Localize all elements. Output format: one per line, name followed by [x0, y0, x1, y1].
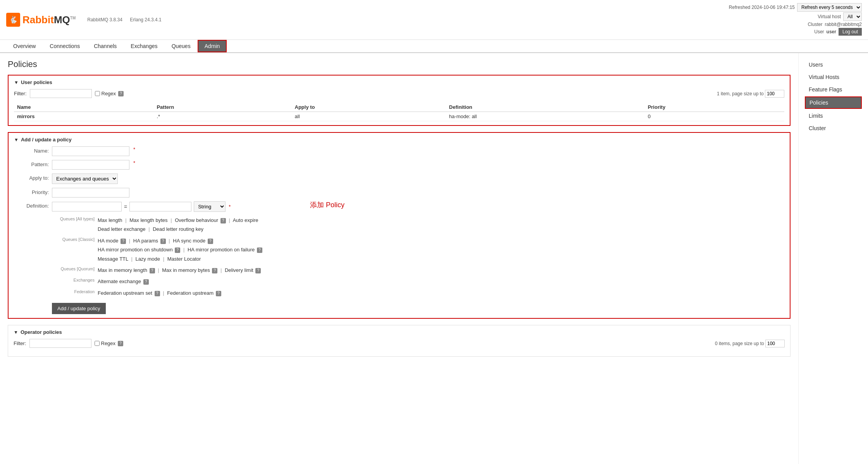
pattern-row: Pattern: *	[14, 160, 784, 170]
row-pattern: .*	[153, 112, 291, 121]
link-federation-upstream-set[interactable]: Federation upstream set	[98, 290, 152, 296]
op-regex-help[interactable]: ?	[118, 341, 123, 346]
def-value-input[interactable]	[129, 202, 191, 211]
priority-row: Priority:	[14, 188, 784, 198]
name-row: Name: *	[14, 146, 784, 156]
add-policy-arrow: ▼	[14, 137, 19, 143]
regex-check: Regex ?	[95, 91, 124, 96]
alt-exchange-help[interactable]: ?	[143, 279, 149, 285]
sidebar-item-virtual-hosts[interactable]: Virtual Hosts	[805, 72, 862, 82]
nav-connections[interactable]: Connections	[43, 40, 87, 52]
link-dead-letter-exchange[interactable]: Dead letter exchange	[98, 226, 146, 232]
link-ha-mirror-failure[interactable]: HA mirror promotion on failure	[188, 247, 255, 253]
overflow-help[interactable]: ?	[220, 218, 226, 223]
def-key-input[interactable]	[52, 202, 122, 211]
link-max-in-memory-bytes[interactable]: Max in memory bytes	[162, 267, 210, 273]
ha-sync-help[interactable]: ?	[208, 239, 213, 244]
link-ha-params[interactable]: HA params	[133, 238, 158, 244]
def-type-select[interactable]: String Number Boolean List	[194, 201, 226, 212]
pattern-input[interactable]	[52, 160, 129, 170]
user-policies-header[interactable]: ▼ User policies	[14, 79, 784, 85]
exchanges-label: Exchanges	[52, 277, 95, 282]
sidebar: Users Virtual Hosts Feature Flags Polici…	[798, 53, 868, 464]
col-name: Name	[14, 103, 153, 112]
queues-quorum-label: Queues [Quorum]	[52, 266, 95, 271]
ha-mode-help[interactable]: ?	[121, 239, 126, 244]
regex-help[interactable]: ?	[118, 91, 124, 96]
nav-channels[interactable]: Channels	[87, 40, 124, 52]
def-required: *	[229, 204, 231, 210]
link-message-ttl[interactable]: Message TTL	[98, 256, 128, 262]
refresh-row: Refreshed 2024-10-06 19:47:15 Refresh ev…	[729, 3, 862, 12]
sidebar-item-users[interactable]: Users	[805, 59, 862, 70]
link-federation-upstream[interactable]: Federation upstream	[167, 290, 214, 296]
link-max-length-bytes[interactable]: Max length bytes	[129, 217, 167, 223]
nav-overview[interactable]: Overview	[6, 40, 43, 52]
logout-button[interactable]: Log out	[839, 28, 862, 36]
fed-upstream-help[interactable]: ?	[216, 291, 221, 296]
link-overflow-behaviour[interactable]: Overflow behaviour	[175, 217, 218, 223]
policy-table-header-row: Name Pattern Apply to Definition Priorit…	[14, 103, 784, 112]
col-pattern: Pattern	[153, 103, 291, 112]
cluster-label: Cluster	[808, 22, 822, 27]
link-delivery-limit[interactable]: Delivery limit	[225, 267, 253, 273]
row-definition: ha-mode: all	[446, 112, 645, 121]
col-definition: Definition	[446, 103, 645, 112]
nav-admin[interactable]: Admin	[198, 40, 227, 52]
sidebar-item-feature-flags[interactable]: Feature Flags	[805, 84, 862, 95]
ha-failure-help[interactable]: ?	[257, 247, 262, 253]
sidebar-item-policies[interactable]: Policies	[805, 96, 862, 109]
priority-input[interactable]	[52, 188, 129, 198]
add-policy-section: ▼ Add / update a policy Name: * Pattern:…	[8, 132, 790, 319]
ha-shutdown-help[interactable]: ?	[175, 247, 180, 253]
nav-exchanges[interactable]: Exchanges	[124, 40, 164, 52]
add-policy-header[interactable]: ▼ Add / update a policy	[14, 137, 784, 143]
link-ha-mirror-shutdown[interactable]: HA mirror promotion on shutdown	[98, 247, 173, 253]
op-regex-checkbox[interactable]	[95, 341, 100, 346]
queues-classic-label: Queues [Classic]	[52, 236, 95, 242]
apply-to-select[interactable]: Exchanges and queues Exchanges Queues	[52, 174, 118, 184]
vhost-select[interactable]: All	[843, 12, 862, 21]
operator-policies-header[interactable]: ▼ Operator policies	[14, 329, 785, 335]
link-master-locator[interactable]: Master Locator	[167, 256, 201, 262]
logo-text: RabbitMQTM	[22, 14, 76, 26]
link-max-in-memory-length[interactable]: Max in memory length	[98, 267, 147, 273]
name-input[interactable]	[52, 146, 129, 156]
ha-params-help[interactable]: ?	[160, 239, 166, 244]
op-page-size-text: 0 items, page size up to	[715, 341, 764, 346]
logo-icon: 🐇	[6, 13, 20, 27]
refresh-select[interactable]: Refresh every 5 seconds	[797, 3, 862, 12]
queues-quorum-category: Queues [Quorum] Max in memory length ? |…	[52, 266, 784, 275]
user-policies-section: ▼ User policies Filter: Regex ? 1 item, …	[8, 75, 790, 126]
delivery-limit-help[interactable]: ?	[255, 268, 261, 273]
sidebar-item-limits[interactable]: Limits	[805, 110, 862, 121]
op-filter-input[interactable]	[29, 339, 91, 348]
page-size-input[interactable]	[765, 90, 784, 98]
link-ha-mode[interactable]: HA mode	[98, 238, 118, 244]
fed-upstream-set-help[interactable]: ?	[155, 291, 160, 296]
vhost-label: Virtual host	[818, 14, 841, 19]
link-dead-letter-routing-key[interactable]: Dead letter routing key	[153, 226, 203, 232]
sidebar-item-cluster[interactable]: Cluster	[805, 123, 862, 134]
user-value: user	[827, 29, 836, 34]
add-policy-button[interactable]: Add / update policy	[52, 303, 106, 314]
table-row[interactable]: mirrors .* all ha-mode: all 0	[14, 112, 784, 121]
link-ha-sync-mode[interactable]: HA sync mode	[173, 238, 205, 244]
top-bar: 🐇 RabbitMQTM RabbitMQ 3.8.34 Erlang 24.3…	[0, 0, 868, 40]
link-lazy-mode[interactable]: Lazy mode	[135, 256, 160, 262]
definition-label: Definition:	[14, 201, 49, 209]
col-apply-to: Apply to	[292, 103, 446, 112]
link-max-length[interactable]: Max length	[98, 217, 122, 223]
op-page-size-input[interactable]	[765, 340, 785, 347]
definition-inputs: = String Number Boolean List *	[52, 201, 231, 212]
federation-category: Federation Federation upstream set ? | F…	[52, 289, 784, 297]
max-in-memory-len-help[interactable]: ?	[150, 268, 155, 273]
link-auto-expire[interactable]: Auto expire	[233, 217, 258, 223]
filter-input[interactable]	[30, 89, 92, 98]
nav-queues[interactable]: Queues	[165, 40, 198, 52]
max-in-memory-bytes-help[interactable]: ?	[212, 268, 217, 273]
op-regex-label: Regex	[101, 340, 116, 346]
link-alternate-exchange[interactable]: Alternate exchange	[98, 278, 141, 284]
regex-checkbox[interactable]	[95, 91, 100, 96]
page-size-info: 1 item, page size up to	[717, 90, 784, 98]
